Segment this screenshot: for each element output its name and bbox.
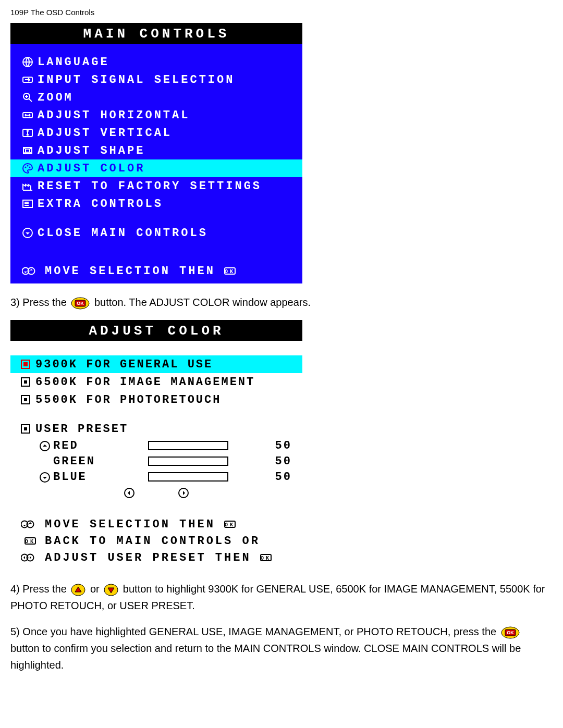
adjust-color-osd: ADJUST COLOR 9300K FOR GENERAL USE 6500K… (10, 320, 302, 570)
menu-item-adjust-shape[interactable]: ADJUST SHAPE (10, 142, 302, 159)
down-icon (35, 471, 53, 483)
channel-name: GREEN (53, 455, 121, 468)
menu-item-input-signal[interactable]: INPUT SIGNAL SELECTION (10, 71, 302, 89)
step-4-instruction: 4) Press the or button to highlight 9300… (10, 581, 553, 614)
hint-text: ADJUST USER PRESET THEN (45, 551, 251, 564)
ok-icon (18, 535, 45, 547)
menu-label: ADJUST COLOR (38, 162, 145, 175)
ok-button-icon (501, 626, 520, 639)
menu-item-factory-reset[interactable]: RESET TO FACTORY SETTINGS (10, 177, 302, 195)
channel-name: RED (53, 439, 121, 452)
menu-label: LANGUAGE (38, 56, 109, 69)
step5-prefix: 5) Once you have highlighted GENERAL USE… (10, 626, 499, 637)
vert-icon (18, 127, 38, 139)
option-label: 6500K FOR IMAGE MANAGEMENT (35, 376, 255, 389)
menu-label: ADJUST HORIZONTAL (38, 109, 190, 122)
up-icon (35, 440, 53, 451)
menu-item-adjust-color[interactable]: ADJUST COLOR (10, 159, 302, 177)
option-label: 9300K FOR GENERAL USE (35, 358, 213, 371)
blue-value: 50 (255, 471, 297, 484)
menu-label: EXTRA CONTROLS (38, 198, 163, 211)
menu-label: CLOSE MAIN CONTROLS (38, 227, 208, 240)
adjust-color-footer: MOVE SELECTION THEN BACK TO MAIN CONTROL… (10, 512, 302, 570)
channel-name: BLUE (53, 471, 121, 484)
radio-icon (16, 393, 35, 406)
step-3-instruction: 3) Press the button. The ADJUST COLOR wi… (10, 294, 553, 311)
color-option-9300k[interactable]: 9300K FOR GENERAL USE (10, 355, 302, 373)
input-icon (18, 73, 38, 86)
menu-label: INPUT SIGNAL SELECTION (38, 73, 235, 87)
updown-icon (18, 265, 45, 277)
menu-label: ADJUST SHAPE (38, 144, 145, 157)
zoom-icon (18, 91, 38, 104)
left-icon (123, 487, 136, 499)
green-slider[interactable] (121, 456, 255, 466)
menu-item-adjust-horizontal[interactable]: ADJUST HORIZONTAL (10, 106, 302, 124)
down-button-icon (104, 584, 118, 596)
green-value: 50 (255, 455, 297, 468)
main-controls-body: LANGUAGE INPUT SIGNAL SELECTION ZOOM ADJ… (10, 44, 302, 258)
option-label: USER PRESET (35, 423, 128, 436)
hint-text: MOVE SELECTION THEN (45, 265, 215, 278)
menu-item-extra-controls[interactable]: EXTRA CONTROLS (10, 195, 302, 213)
ok-button-icon (71, 297, 90, 310)
preset-blue-row[interactable]: BLUE 50 (10, 469, 302, 485)
step3-prefix: 3) Press the (10, 297, 69, 308)
menu-item-adjust-vertical[interactable]: ADJUST VERTICAL (10, 124, 302, 142)
menu-label: ZOOM (38, 91, 74, 104)
blue-slider[interactable] (121, 472, 255, 482)
factory-icon (18, 180, 38, 192)
radio-icon (16, 423, 35, 435)
adjust-color-title: ADJUST COLOR (10, 320, 302, 341)
ok-icon (224, 265, 238, 277)
shape-icon (18, 144, 38, 157)
menu-label: RESET TO FACTORY SETTINGS (38, 180, 262, 193)
palette-icon (18, 162, 38, 175)
red-value: 50 (255, 439, 297, 452)
main-controls-footer: MOVE SELECTION THEN (10, 258, 302, 283)
main-controls-osd: MAIN CONTROLS LANGUAGE INPUT SIGNAL SELE… (10, 23, 302, 283)
hint-text: BACK TO MAIN CONTROLS OR (45, 535, 260, 548)
horiz-icon (18, 109, 38, 121)
red-slider[interactable] (121, 441, 255, 450)
menu-item-language[interactable]: LANGUAGE (10, 53, 302, 71)
down-icon (18, 227, 38, 239)
extra-icon (18, 198, 38, 210)
step3-suffix: button. The ADJUST COLOR window appears. (94, 297, 311, 308)
radio-icon (16, 376, 35, 388)
right-icon (177, 487, 190, 499)
globe-icon (18, 56, 38, 68)
color-option-5500k[interactable]: 5500K FOR PHOTORETOUCH (10, 391, 302, 409)
adjust-color-body: 9300K FOR GENERAL USE 6500K FOR IMAGE MA… (10, 341, 302, 512)
preset-green-row[interactable]: GREEN 50 (10, 453, 302, 469)
menu-item-close[interactable]: CLOSE MAIN CONTROLS (10, 224, 302, 242)
color-option-user-preset[interactable]: USER PRESET (10, 420, 302, 438)
step4-mid: or (90, 583, 102, 595)
ok-icon (260, 551, 274, 564)
hint-text: MOVE SELECTION THEN (45, 518, 215, 531)
color-option-6500k[interactable]: 6500K FOR IMAGE MANAGEMENT (10, 373, 302, 391)
left-right-hint (10, 485, 302, 501)
menu-item-zoom[interactable]: ZOOM (10, 89, 302, 106)
preset-red-row[interactable]: RED 50 (10, 438, 302, 453)
step4-prefix: 4) Press the (10, 583, 69, 595)
step5-suffix: button to confirm you selection and retu… (10, 643, 521, 671)
option-label: 5500K FOR PHOTORETOUCH (35, 393, 221, 406)
doc-header: 109P The OSD Controls (10, 8, 553, 17)
step-5-instruction: 5) Once you have highlighted GENERAL USE… (10, 623, 553, 673)
radio-selected-icon (16, 358, 35, 371)
up-button-icon (71, 584, 85, 596)
menu-label: ADJUST VERTICAL (38, 127, 172, 140)
main-controls-title: MAIN CONTROLS (10, 23, 302, 44)
updown-icon (18, 518, 45, 530)
ok-icon (224, 518, 238, 530)
leftright-icon (18, 551, 45, 564)
